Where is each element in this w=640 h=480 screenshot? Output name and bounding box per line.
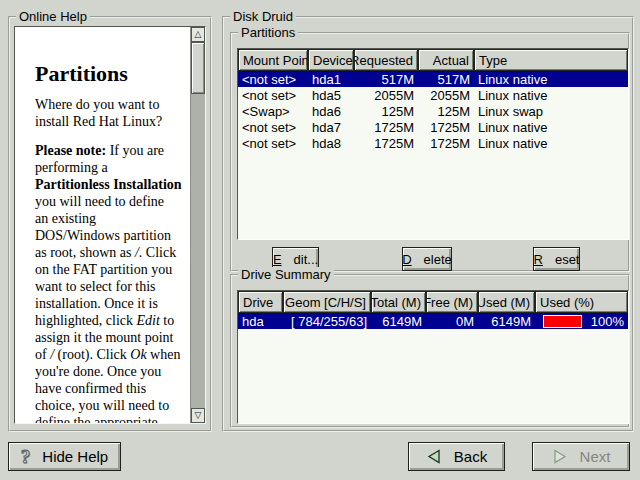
- cell: hda8: [308, 136, 354, 151]
- cell: Linux swap: [474, 104, 628, 119]
- back-button[interactable]: Back: [408, 442, 505, 471]
- cell: Linux native: [474, 120, 628, 135]
- online-help-label: Online Help: [16, 9, 90, 24]
- column-header[interactable]: Used (M): [478, 291, 535, 313]
- column-header[interactable]: Type: [474, 49, 628, 71]
- cell: hda7: [308, 120, 354, 135]
- column-header[interactable]: Free (M): [426, 291, 478, 313]
- back-label: Back: [454, 448, 487, 465]
- next-button[interactable]: Next: [532, 442, 630, 471]
- used-percent-label: 100%: [591, 314, 624, 329]
- cell: <not set>: [238, 88, 308, 103]
- scroll-up-icon[interactable]: △: [191, 27, 205, 42]
- cell: 0M: [426, 314, 478, 329]
- help-scrollbar[interactable]: △ ▽: [190, 27, 205, 423]
- partitions-table-header: Mount PointDeviceRequestedActualType: [238, 49, 628, 71]
- next-label: Next: [580, 448, 611, 465]
- scrollbar-thumb[interactable]: [191, 42, 205, 94]
- cell: <not set>: [238, 72, 308, 87]
- hide-help-label: Hide Help: [42, 448, 108, 465]
- drive-summary-table: DriveGeom [C/H/S]Total (M)Free (M)Used (…: [237, 290, 629, 424]
- cell: hda6: [308, 104, 354, 119]
- partitions-group-label: Partitions: [238, 25, 298, 40]
- cell: <Swap>: [238, 104, 308, 119]
- help-paragraph: Please note: If you are performing a Par…: [35, 142, 195, 424]
- column-header[interactable]: Used (%): [535, 291, 628, 313]
- partitions-table: Mount PointDeviceRequestedActualType <no…: [237, 48, 629, 240]
- partition-row[interactable]: <not set>hda52055M2055MLinux native: [238, 87, 628, 103]
- disk-druid-label: Disk Druid: [230, 9, 296, 24]
- cell: hda1: [308, 72, 354, 87]
- partition-row[interactable]: <not set>hda71725M1725MLinux native: [238, 119, 628, 135]
- column-header[interactable]: Mount Point: [238, 49, 308, 71]
- partition-row[interactable]: <Swap>hda6125M125MLinux swap: [238, 103, 628, 119]
- scroll-down-icon[interactable]: ▽: [191, 408, 205, 423]
- reset-button[interactable]: Reset: [533, 247, 580, 271]
- online-help-panel: Online Help Partitions Where do you want…: [8, 16, 212, 432]
- cell: 6149M: [371, 314, 426, 329]
- cell: 1725M: [354, 136, 418, 151]
- partitions-table-body: <not set>hda1517M517MLinux native<not se…: [238, 71, 628, 151]
- cell: 6149M: [478, 314, 535, 329]
- delete-button[interactable]: Delete: [402, 247, 452, 271]
- column-header[interactable]: Actual: [418, 49, 474, 71]
- cell: Linux native: [474, 88, 628, 103]
- help-paragraph: Where do you want to install Red Hat Lin…: [35, 96, 195, 130]
- help-title: Partitions: [35, 65, 195, 82]
- disk-druid-panel: Disk Druid Partitions Mount PointDeviceR…: [222, 16, 634, 432]
- drive-summary-group: Drive Summary DriveGeom [C/H/S]Total (M)…: [230, 274, 630, 428]
- cell: 2055M: [418, 88, 474, 103]
- drive-row[interactable]: hda[ 784/255/63]6149M0M6149M100%: [238, 313, 628, 329]
- cell: <not set>: [238, 136, 308, 151]
- cell: 2055M: [354, 88, 418, 103]
- partition-row[interactable]: <not set>hda81725M1725MLinux native: [238, 135, 628, 151]
- cell: 125M: [418, 104, 474, 119]
- drive-summary-label: Drive Summary: [238, 267, 334, 282]
- column-header[interactable]: Requested: [354, 49, 418, 71]
- used-percent-bar: [543, 315, 582, 328]
- drive-summary-table-body: hda[ 784/255/63]6149M0M6149M100%: [238, 313, 628, 329]
- partition-row[interactable]: <not set>hda1517M517MLinux native: [238, 71, 628, 87]
- column-header[interactable]: Total (M): [371, 291, 426, 313]
- cell: 517M: [418, 72, 474, 87]
- cell: 1725M: [354, 120, 418, 135]
- column-header[interactable]: Device: [308, 49, 354, 71]
- help-text: Partitions Where do you want to install …: [35, 27, 195, 423]
- cell: 517M: [354, 72, 418, 87]
- cell: Linux native: [474, 136, 628, 151]
- right-triangle-icon: [552, 449, 568, 464]
- cell: Linux native: [474, 72, 628, 87]
- cell: 100%: [535, 314, 628, 329]
- question-mark-icon: ?: [21, 447, 31, 466]
- cell: hda: [238, 314, 283, 329]
- cell: hda5: [308, 88, 354, 103]
- cell: <not set>: [238, 120, 308, 135]
- column-header[interactable]: Drive: [238, 291, 283, 313]
- hide-help-button[interactable]: ? Hide Help: [8, 442, 121, 471]
- help-paragraphs: Where do you want to install Red Hat Lin…: [35, 96, 195, 424]
- drive-summary-table-header: DriveGeom [C/H/S]Total (M)Free (M)Used (…: [238, 291, 628, 313]
- help-content-area: Partitions Where do you want to install …: [14, 26, 206, 424]
- cell: 125M: [354, 104, 418, 119]
- column-header[interactable]: Geom [C/H/S]: [283, 291, 371, 313]
- cell: 1725M: [418, 136, 474, 151]
- left-triangle-icon: [426, 449, 442, 464]
- cell: 1725M: [418, 120, 474, 135]
- cell: [ 784/255/63]: [283, 314, 371, 329]
- partitions-group: Partitions Mount PointDeviceRequestedAct…: [230, 32, 630, 272]
